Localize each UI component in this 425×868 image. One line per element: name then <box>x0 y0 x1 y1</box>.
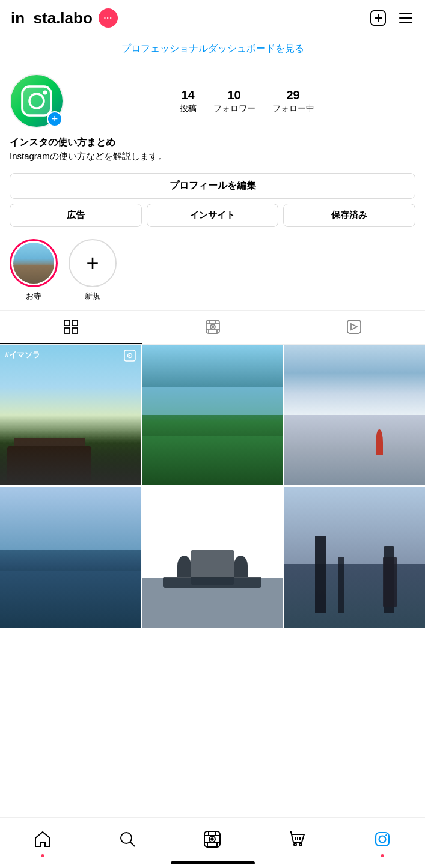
search-icon <box>118 830 136 848</box>
posts-label: 投稿 <box>180 103 197 114</box>
grid-item-2[interactable] <box>142 345 283 485</box>
highlight-temple[interactable]: お寺 <box>10 239 58 302</box>
grid-item-3[interactable] <box>284 345 425 485</box>
svg-rect-10 <box>64 320 70 326</box>
svg-rect-6 <box>21 85 52 117</box>
followers-label: フォロワー <box>213 103 255 114</box>
svg-point-16 <box>212 326 213 328</box>
highlight-ring-temple <box>10 239 58 287</box>
highlights-section: お寺 + 新規 <box>0 235 425 310</box>
more-dots: ··· <box>103 13 112 23</box>
svg-point-42 <box>385 834 387 836</box>
highlight-new[interactable]: + 新規 <box>69 239 117 302</box>
header-right <box>370 10 414 26</box>
avatar-wrap[interactable]: + <box>10 74 64 128</box>
saved-button[interactable]: 保存済み <box>283 204 415 227</box>
secondary-buttons: 広告 インサイト 保存済み <box>10 204 415 227</box>
home-icon <box>34 830 52 848</box>
more-badge[interactable]: ··· <box>99 8 118 28</box>
posts-count: 14 <box>181 88 194 102</box>
svg-point-31 <box>212 838 214 840</box>
profile-dot <box>381 854 384 857</box>
nav-reels[interactable] <box>198 825 227 854</box>
new-highlight-plus-icon: + <box>70 241 115 285</box>
profile-instagram-icon <box>373 830 391 848</box>
ads-button[interactable]: 広告 <box>10 204 142 227</box>
svg-line-28 <box>130 842 135 846</box>
grid-icon <box>63 319 79 335</box>
tab-tagged[interactable] <box>283 311 425 344</box>
following-count: 29 <box>286 88 299 102</box>
nav-reels-icon <box>203 830 221 848</box>
grid-item-6[interactable] <box>284 487 425 627</box>
tab-reels[interactable] <box>142 311 284 344</box>
add-post-button[interactable] <box>370 10 387 26</box>
tagged-icon <box>346 319 362 335</box>
svg-rect-23 <box>347 320 361 333</box>
svg-point-27 <box>121 833 132 843</box>
svg-rect-40 <box>376 833 389 846</box>
svg-point-38 <box>294 843 296 846</box>
app-header: in_sta.labo ··· <box>0 0 425 34</box>
nav-search[interactable] <box>113 825 142 854</box>
nav-profile[interactable] <box>368 825 397 854</box>
grid-item-4[interactable] <box>0 487 141 627</box>
dashboard-link[interactable]: プロフェッショナルダッシュボードを見る <box>121 43 304 53</box>
reel-indicator-icon <box>124 350 136 364</box>
reels-icon <box>205 319 221 335</box>
profile-top: + 14 投稿 10 フォロワー 29 フォロー中 <box>10 74 415 128</box>
stats-row: 14 投稿 10 フォロワー 29 フォロー中 <box>78 88 415 114</box>
edit-profile-button[interactable]: プロフィールを編集 <box>10 173 415 199</box>
hamburger-menu-button[interactable] <box>397 10 414 26</box>
followers-count: 10 <box>227 88 240 102</box>
following-stat[interactable]: 29 フォロー中 <box>272 88 314 114</box>
svg-point-39 <box>299 843 302 846</box>
following-label: フォロー中 <box>272 103 314 114</box>
dashboard-banner[interactable]: プロフェッショナルダッシュボードを見る <box>0 34 425 64</box>
content-tabs <box>0 310 425 345</box>
photo-grid: #イマソラ <box>0 345 425 628</box>
home-bar <box>171 861 255 864</box>
svg-rect-12 <box>64 328 70 333</box>
svg-point-26 <box>129 355 130 356</box>
grid-item-1[interactable]: #イマソラ <box>0 345 141 485</box>
highlight-img-temple <box>13 243 54 284</box>
header-left: in_sta.labo ··· <box>11 8 118 28</box>
home-dot <box>41 854 44 857</box>
action-buttons: プロフィールを編集 広告 インサイト 保存済み <box>0 171 425 235</box>
shop-icon <box>289 830 307 848</box>
username: in_sta.labo <box>11 9 93 28</box>
grid-item-5[interactable] <box>142 487 283 627</box>
insights-button[interactable]: インサイト <box>147 204 279 227</box>
tab-grid[interactable] <box>0 311 142 344</box>
highlight-label-temple: お寺 <box>26 291 41 302</box>
nav-home[interactable] <box>28 825 57 854</box>
highlight-label-new: 新規 <box>85 291 100 302</box>
bottom-nav <box>0 817 425 868</box>
bio-section: インスタの使い方まとめ Instagramの使い方などを解説します。 <box>0 136 425 171</box>
profile-section: + 14 投稿 10 フォロワー 29 フォロー中 <box>0 64 425 128</box>
svg-rect-11 <box>72 320 78 326</box>
svg-point-41 <box>379 836 386 843</box>
bio-name: インスタの使い方まとめ <box>10 136 415 149</box>
svg-point-9 <box>43 91 47 95</box>
highlight-ring-new: + <box>69 239 117 287</box>
svg-rect-13 <box>72 328 78 333</box>
nav-shop[interactable] <box>283 825 312 854</box>
posts-stat[interactable]: 14 投稿 <box>180 88 197 114</box>
bio-desc: Instagramの使い方などを解説します。 <box>10 151 415 162</box>
photo-tag-imasora: #イマソラ <box>5 350 40 360</box>
add-avatar-button[interactable]: + <box>47 111 63 127</box>
followers-stat[interactable]: 10 フォロワー <box>213 88 255 114</box>
